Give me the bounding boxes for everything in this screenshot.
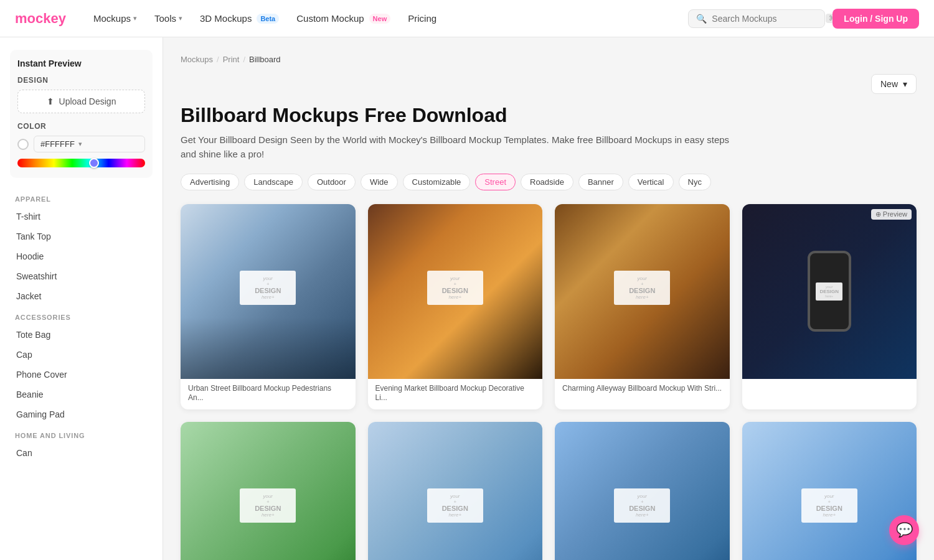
sidebar-item-sweatshirt[interactable]: Sweatshirt (10, 266, 153, 286)
color-spectrum[interactable] (17, 159, 145, 167)
mockup-image-1: your + DESIGN here+ (181, 204, 356, 379)
breadcrumb: Mockups / Print / Billboard (181, 55, 917, 64)
mockup-card-1[interactable]: your + DESIGN here+ Urban Street Billboa… (181, 204, 356, 409)
page-description: Get Your Billboard Design Seen by the Wo… (181, 133, 741, 161)
main-content: Mockups / Print / Billboard New ▾ Billbo… (163, 37, 934, 560)
sidebar-item-cap[interactable]: Cap (10, 345, 153, 365)
breadcrumb-sep-1: / (217, 55, 219, 64)
page-layout: Instant Preview DESIGN ⬆ Upload Design C… (0, 37, 934, 560)
logo[interactable]: mockey (15, 11, 66, 27)
upload-icon: ⬆ (47, 96, 54, 106)
mockup-card-5[interactable]: your + DESIGN here+ (181, 422, 356, 560)
tag-outdoor[interactable]: Outdoor (308, 174, 356, 190)
nav-pricing[interactable]: Pricing (400, 9, 444, 27)
tag-wide[interactable]: Wide (361, 174, 398, 190)
tag-street[interactable]: Street (475, 174, 516, 190)
instant-preview-box: Instant Preview DESIGN ⬆ Upload Design C… (10, 50, 153, 178)
chat-icon: 💬 (896, 522, 913, 538)
color-row: #FFFFFF ▾ (17, 136, 145, 152)
mockup-image-6: your + DESIGN here+ (368, 422, 543, 560)
sidebar-item-phone-cover[interactable]: Phone Cover (10, 365, 153, 385)
chevron-down-icon: ▾ (133, 14, 137, 22)
nav-3d-mockups[interactable]: 3D Mockups Beta (192, 9, 286, 27)
upload-design-button[interactable]: ⬆ Upload Design (17, 90, 145, 113)
sidebar-item-can[interactable]: Can (10, 443, 153, 463)
breadcrumb-sep-2: / (243, 55, 245, 64)
color-circle[interactable] (17, 139, 29, 150)
sidebar-item-hoodie[interactable]: Hoodie (10, 246, 153, 266)
filter-tags: Advertising Landscape Outdoor Wide Custo… (181, 174, 917, 190)
mockup-image-4: ⊕ Preview your DESIGN here+ (742, 204, 917, 379)
mockup-image-7: your + DESIGN here+ (555, 422, 730, 560)
beta-badge: Beta (257, 14, 279, 24)
mockup-label-1: Urban Street Billboard Mockup Pedestrian… (181, 379, 356, 409)
mockup-card-4[interactable]: ⊕ Preview your DESIGN here+ (742, 204, 917, 409)
sidebar: Instant Preview DESIGN ⬆ Upload Design C… (0, 37, 163, 560)
mockup-card-6[interactable]: your + DESIGN here+ (368, 422, 543, 560)
mockup-label-2: Evening Market Billboard Mockup Decorati… (368, 379, 543, 409)
design-label: DESIGN (17, 76, 145, 85)
breadcrumb-current: Billboard (249, 55, 281, 64)
chevron-down-icon: ▾ (903, 79, 907, 89)
mockup-grid: your + DESIGN here+ Urban Street Billboa… (181, 204, 917, 560)
logo-text: mockey (15, 11, 66, 27)
chevron-down-icon: ▾ (179, 14, 182, 22)
tag-nyc[interactable]: Nyc (679, 174, 711, 190)
search-icon: 🔍 (696, 14, 707, 24)
color-hex-value: #FFFFFF (40, 139, 75, 149)
tag-customizable[interactable]: Customizable (403, 174, 471, 190)
login-button[interactable]: Login / Sign Up (833, 9, 919, 29)
mockup-card-2[interactable]: your + DESIGN here+ Evening Market Billb… (368, 204, 543, 409)
mockup-card-3[interactable]: your + DESIGN here+ Charming Alleyway Bi… (555, 204, 730, 409)
sidebar-item-gaming-pad[interactable]: Gaming Pad (10, 404, 153, 424)
tag-vertical[interactable]: Vertical (628, 174, 674, 190)
instant-preview-title: Instant Preview (17, 58, 145, 68)
mockup-card-8[interactable]: your + DESIGN here+ (742, 422, 917, 560)
header-right: 🔍 ⌘K Login / Sign Up (688, 9, 919, 29)
sidebar-item-tote-bag[interactable]: Tote Bag (10, 325, 153, 345)
search-bar[interactable]: 🔍 ⌘K (688, 9, 825, 28)
color-value-box[interactable]: #FFFFFF ▾ (34, 136, 145, 152)
mockup-label-3: Charming Alleyway Billboard Mockup With … (555, 379, 730, 400)
color-label: COLOR (17, 122, 145, 131)
sidebar-item-beanie[interactable]: Beanie (10, 385, 153, 404)
nav-mockups[interactable]: Mockups ▾ (86, 9, 144, 27)
sidebar-item-tank-top[interactable]: Tank Top (10, 226, 153, 246)
mockup-image-5: your + DESIGN here+ (181, 422, 356, 560)
nav-tools[interactable]: Tools ▾ (147, 9, 190, 27)
mockup-image-3: your + DESIGN here+ (555, 204, 730, 379)
main-nav: Mockups ▾ Tools ▾ 3D Mockups Beta Custom… (86, 9, 444, 27)
header: mockey Mockups ▾ Tools ▾ 3D Mockups Beta… (0, 0, 934, 37)
apparel-section-title: APPAREL (10, 188, 153, 207)
tag-advertising[interactable]: Advertising (181, 174, 239, 190)
tag-banner[interactable]: Banner (578, 174, 623, 190)
tag-landscape[interactable]: Landscape (244, 174, 303, 190)
breadcrumb-mockups[interactable]: Mockups (181, 55, 213, 64)
sort-select[interactable]: New ▾ (871, 74, 917, 94)
sidebar-item-jacket[interactable]: Jacket (10, 286, 153, 306)
breadcrumb-print[interactable]: Print (223, 55, 240, 64)
mockup-card-7[interactable]: your + DESIGN here+ (555, 422, 730, 560)
page-title: Billboard Mockups Free Download (181, 104, 917, 127)
accessories-section-title: ACCESSORIES (10, 306, 153, 325)
preview-badge: ⊕ Preview (871, 209, 912, 220)
chevron-down-icon: ▾ (78, 140, 82, 148)
sort-row: New ▾ (181, 74, 917, 94)
nav-custom-mockup[interactable]: Custom Mockup New (289, 9, 398, 27)
sort-value: New (880, 79, 898, 89)
home-section-title: HOME AND LIVING (10, 424, 153, 443)
mockup-image-2: your + DESIGN here+ (368, 204, 543, 379)
spectrum-thumb[interactable] (89, 158, 99, 168)
mockup-image-8: your + DESIGN here+ (742, 422, 917, 560)
search-input[interactable] (712, 14, 821, 24)
chat-button[interactable]: 💬 (889, 515, 919, 545)
mockup-label-4 (742, 379, 917, 390)
tag-roadside[interactable]: Roadside (521, 174, 573, 190)
sidebar-item-tshirt[interactable]: T-shirt (10, 207, 153, 226)
new-badge: New (369, 14, 391, 24)
